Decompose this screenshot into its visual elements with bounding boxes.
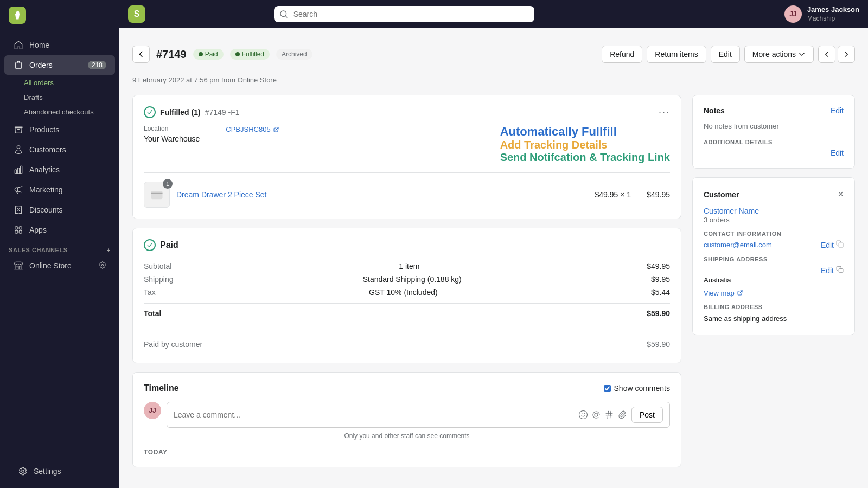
top-bar-right: JJ James Jackson Machship: [784, 5, 859, 23]
status-paid-badge: Paid: [193, 49, 224, 60]
product-name-link[interactable]: Dream Drawer 2 Piece Set: [176, 190, 588, 199]
customer-card-header: Customer ×: [704, 189, 844, 200]
sidebar-subitem-drafts[interactable]: Drafts: [0, 90, 119, 105]
shipping-country: Australia: [704, 275, 844, 286]
customer-name-link[interactable]: Customer Name: [704, 207, 844, 215]
sidebar-item-online-store[interactable]: Online Store: [4, 256, 115, 275]
comment-area: JJ Post: [144, 402, 670, 428]
prev-order-button[interactable]: [818, 46, 835, 63]
sidebar-nav: Home Orders 218 All orders Drafts Abando…: [0, 30, 119, 454]
cta-text-block: Automatically Fullfill Add Tracking Deta…: [500, 125, 670, 164]
sidebar-item-products[interactable]: Products: [4, 120, 115, 139]
contact-info-edit-link[interactable]: Edit: [821, 241, 834, 249]
customer-card: Customer × Customer Name 3 orders CONTAC…: [692, 177, 855, 335]
notes-edit-link[interactable]: Edit: [831, 106, 844, 115]
search-input[interactable]: [274, 6, 534, 22]
avatar: JJ: [784, 5, 802, 23]
paid-badge: Paid: [144, 239, 670, 251]
settings-icon: [17, 466, 28, 477]
header-actions: Refund Return items Edit More actions: [602, 46, 855, 63]
sidebar-subitem-abandoned-checkouts[interactable]: Abandoned checkouts: [0, 105, 119, 119]
tax-label: Tax: [144, 288, 156, 297]
shipping-label: Shipping: [144, 275, 174, 284]
sidebar-item-analytics[interactable]: Analytics: [4, 160, 115, 179]
nav-arrows: [818, 46, 855, 63]
post-comment-button[interactable]: Post: [631, 407, 663, 423]
notes-card: Notes Edit No notes from customer ADDITI…: [692, 95, 855, 169]
sidebar-item-discounts[interactable]: Discounts: [4, 200, 115, 220]
shopify-logo-icon: [9, 7, 26, 24]
back-button[interactable]: [132, 46, 150, 63]
paid-by-amount: $59.90: [647, 340, 670, 349]
orders-icon: [13, 60, 24, 70]
svg-rect-8: [839, 268, 843, 273]
cta-notification: Send Notifcation & Tracking Link: [500, 151, 670, 164]
fulfillment-icon: [144, 106, 156, 118]
svg-point-3: [579, 411, 587, 419]
product-unit-price: $49.95 × 1: [595, 190, 631, 199]
at-icon[interactable]: [591, 410, 601, 420]
tax-amount: $5.44: [651, 288, 670, 297]
comment-actions: [578, 410, 627, 420]
refund-button[interactable]: Refund: [602, 46, 642, 63]
chevron-down-icon: [798, 50, 806, 58]
total-label: Total: [144, 309, 161, 318]
tracking-link[interactable]: CPBJSHC805: [226, 125, 279, 133]
fulfillment-status-text: Fulfilled (1): [160, 108, 201, 117]
order-timestamp: 9 February 2022 at 7:56 pm from Online S…: [132, 76, 855, 84]
view-map-link[interactable]: View map: [704, 289, 743, 297]
payment-card: Paid Subtotal 1 item $49.95 Shipping Sta…: [132, 228, 681, 363]
products-icon: [13, 124, 24, 135]
add-sales-channel-icon[interactable]: +: [107, 247, 111, 253]
sidebar-item-marketing[interactable]: Marketing: [4, 180, 115, 200]
comment-input[interactable]: [174, 410, 574, 419]
svg-rect-7: [839, 243, 843, 247]
subtotal-qty: 1 item: [399, 262, 419, 271]
more-actions-button[interactable]: More actions: [744, 46, 814, 63]
total-amount: $59.90: [647, 309, 670, 318]
fulfillment-title: Fulfilled (1) #7149 -F1: [144, 106, 240, 118]
paid-badge-icon: [144, 239, 156, 251]
show-comments-checkbox[interactable]: [604, 385, 611, 392]
content-area: #7149 Paid Fulfilled Archived Refund Ret…: [119, 28, 868, 488]
cta-tracking-details: Add Tracking Details: [500, 139, 670, 151]
customers-icon: [13, 144, 24, 155]
payment-total-row: Total $59.90: [144, 303, 670, 323]
cta-auto-fulfill: Automatically Fullfill: [500, 125, 670, 139]
show-comments-label[interactable]: Show comments: [604, 384, 670, 393]
sidebar-item-home[interactable]: Home: [4, 35, 115, 55]
edit-button[interactable]: Edit: [711, 46, 740, 63]
sidebar-item-apps[interactable]: Apps: [4, 220, 115, 240]
next-order-button[interactable]: [838, 46, 855, 63]
sales-channels-label: SALES CHANNELS +: [0, 240, 119, 255]
fulfillment-product-row: 1 Dream Drawer 2 Piece Set $49.95 × 1 $4…: [144, 172, 670, 208]
fulfillment-location: Location Your Warehouse: [144, 125, 200, 143]
fulfillment-menu-icon[interactable]: ···: [659, 106, 670, 118]
copy-address-icon[interactable]: [836, 266, 844, 275]
paid-badge-text: Paid: [160, 240, 178, 250]
attachment-icon[interactable]: [617, 410, 627, 420]
settings-label: Settings: [34, 467, 61, 476]
paid-by-label: Paid by customer: [144, 340, 202, 349]
product-total-price: $49.95: [637, 190, 670, 199]
return-items-button[interactable]: Return items: [647, 46, 706, 63]
status-paid-dot: [199, 52, 203, 56]
online-store-settings-icon[interactable]: [99, 261, 106, 271]
top-bar: S JJ James Jackson Machship: [119, 0, 868, 28]
hashtag-icon[interactable]: [604, 410, 614, 420]
copy-email-icon[interactable]: [836, 240, 844, 249]
timeline-card: Timeline Show comments JJ: [132, 372, 681, 467]
sidebar-item-orders[interactable]: Orders 218: [4, 55, 115, 75]
sidebar-item-customers[interactable]: Customers: [4, 140, 115, 159]
additional-details-edit-link[interactable]: Edit: [831, 149, 844, 157]
sidebar-item-home-label: Home: [29, 41, 49, 49]
emoji-icon[interactable]: [578, 410, 588, 420]
sidebar-subitem-all-orders[interactable]: All orders: [0, 75, 119, 90]
shipping-amount: $9.95: [651, 275, 670, 284]
svg-rect-2: [151, 191, 163, 199]
customer-close-button[interactable]: ×: [838, 189, 844, 200]
fulfillment-tracking: CPBJSHC805: [226, 125, 279, 133]
sidebar-item-settings[interactable]: Settings: [9, 461, 111, 481]
shipping-address-edit-link[interactable]: Edit: [821, 266, 834, 275]
customer-email-link[interactable]: customer@email.com: [704, 241, 772, 249]
